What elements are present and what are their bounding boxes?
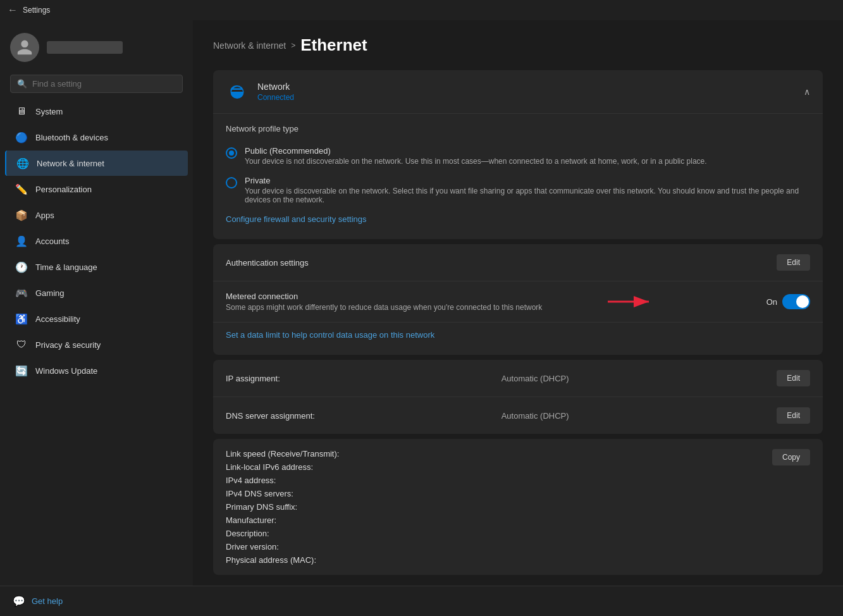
sidebar: 🔍 🖥 System 🔵 Bluetooth & devices 🌐 Netwo… — [0, 20, 193, 586]
firewall-link[interactable]: Configure firewall and security settings — [226, 209, 367, 229]
data-limit-row: Set a data limit to help control data us… — [213, 323, 823, 355]
metered-desc: Some apps might work differently to redu… — [226, 303, 766, 312]
sidebar-label-personalization: Personalization — [35, 185, 92, 194]
dns-assignment-value: Automatic (DHCP) — [501, 411, 777, 421]
public-radio-desc: Your device is not discoverable on the n… — [245, 157, 707, 166]
sidebar-item-apps[interactable]: 📦 Apps — [5, 202, 188, 228]
metered-label: Metered connection Some apps might work … — [226, 292, 766, 312]
sidebar-label-accounts: Accounts — [35, 237, 69, 246]
info-field: IPv4 address: — [226, 476, 760, 485]
search-input[interactable] — [32, 79, 176, 89]
private-radio-button[interactable] — [226, 177, 237, 188]
public-radio-text: Public (Recommended) Your device is not … — [245, 146, 707, 166]
auth-section: Authentication settings Edit Metered con… — [213, 244, 823, 355]
sidebar-label-update: Windows Update — [35, 366, 97, 376]
accessibility-icon: ♿ — [15, 312, 28, 325]
nav-container: 🖥 System 🔵 Bluetooth & devices 🌐 Network… — [0, 98, 193, 384]
sidebar-item-accessibility[interactable]: ♿ Accessibility — [5, 306, 188, 331]
network-card-header[interactable]: Network Connected ∧ — [213, 70, 823, 113]
toggle-label: On — [766, 297, 777, 307]
private-radio-label: Private — [245, 176, 810, 185]
update-icon: 🔄 — [15, 364, 28, 377]
metered-row: Metered connection Some apps might work … — [213, 281, 823, 323]
auth-row: Authentication settings Edit — [213, 244, 823, 281]
sidebar-item-personalization[interactable]: ✏️ Personalization — [5, 176, 188, 202]
network-icon: 🌐 — [16, 157, 29, 169]
auth-edit-button[interactable]: Edit — [777, 254, 810, 271]
avatar — [10, 33, 39, 62]
search-box[interactable]: 🔍 — [10, 75, 183, 93]
info-labels: Link speed (Receive/Transmit):Link-local… — [226, 449, 760, 565]
main-content: Network & internet > Ethernet Network Co… — [193, 20, 843, 586]
sidebar-label-gaming: Gaming — [35, 288, 65, 298]
ip-assignment-row: IP assignment: Automatic (DHCP) Edit — [213, 360, 823, 397]
sidebar-label-bluetooth: Bluetooth & devices — [35, 133, 108, 142]
gaming-icon: 🎮 — [15, 286, 28, 299]
personalization-icon: ✏️ — [15, 183, 28, 195]
user-name-placeholder — [47, 41, 123, 54]
info-field: Driver version: — [226, 542, 760, 551]
toggle-container: On — [766, 294, 810, 309]
bluetooth-icon: 🔵 — [15, 131, 28, 144]
titlebar: ← Settings — [0, 0, 843, 20]
help-link[interactable]: Get help — [32, 596, 63, 606]
data-limit-link[interactable]: Set a data limit to help control data us… — [226, 325, 434, 345]
breadcrumb-parent: Network & internet — [213, 40, 286, 51]
profile-section-title: Network profile type — [226, 114, 810, 141]
ip-assignment-label: IP assignment: — [226, 374, 501, 383]
sidebar-item-update[interactable]: 🔄 Windows Update — [5, 358, 188, 383]
sidebar-label-accessibility: Accessibility — [35, 314, 80, 324]
network-card-title: Network — [257, 82, 804, 92]
info-field: Link speed (Receive/Transmit): — [226, 449, 760, 459]
private-radio-option[interactable]: Private Your device is discoverable on t… — [226, 171, 810, 209]
sidebar-item-time[interactable]: 🕐 Time & language — [5, 254, 188, 280]
time-icon: 🕐 — [15, 261, 28, 273]
public-radio-button[interactable] — [226, 147, 237, 159]
network-icon — [226, 80, 249, 103]
ip-edit-button[interactable]: Edit — [777, 370, 810, 386]
bottom-bar: 💬 Get help — [0, 586, 843, 616]
network-card-text: Network Connected — [257, 82, 804, 102]
breadcrumb-sep: > — [291, 41, 295, 50]
network-card: Network Connected ∧ Network profile type… — [213, 70, 823, 239]
network-card-chevron[interactable]: ∧ — [804, 87, 810, 97]
sidebar-label-system: System — [35, 107, 63, 116]
back-button[interactable]: ← — [8, 4, 18, 16]
sidebar-item-network[interactable]: 🌐 Network & internet — [5, 151, 188, 176]
info-field: Link-local IPv6 address: — [226, 462, 760, 472]
public-radio-option[interactable]: Public (Recommended) Your device is not … — [226, 141, 810, 171]
info-field: Primary DNS suffix: — [226, 502, 760, 512]
info-field: Description: — [226, 529, 760, 538]
search-icon: 🔍 — [17, 79, 27, 89]
user-icon — [16, 39, 34, 56]
apps-icon: 📦 — [15, 209, 28, 221]
sidebar-item-bluetooth[interactable]: 🔵 Bluetooth & devices — [5, 125, 188, 150]
dns-edit-button[interactable]: Edit — [777, 407, 810, 424]
sidebar-label-network: Network & internet — [37, 159, 104, 168]
sidebar-label-privacy: Privacy & security — [35, 340, 101, 350]
private-radio-desc: Your device is discoverable on the netwo… — [245, 187, 810, 204]
ip-assignment-value: Automatic (DHCP) — [501, 374, 777, 383]
dns-assignment-row: DNS server assignment: Automatic (DHCP) … — [213, 397, 823, 434]
sidebar-label-apps: Apps — [35, 211, 54, 220]
system-icon: 🖥 — [15, 105, 28, 118]
dns-assignment-label: DNS server assignment: — [226, 411, 501, 421]
info-copy: Copy — [772, 449, 810, 565]
sidebar-item-privacy[interactable]: 🛡 Privacy & security — [5, 332, 188, 357]
sidebar-item-gaming[interactable]: 🎮 Gaming — [5, 280, 188, 305]
network-card-body: Network profile type Public (Recommended… — [213, 113, 823, 239]
arrow-annotation — [608, 292, 658, 311]
sidebar-item-system[interactable]: 🖥 System — [5, 99, 188, 124]
ip-section: IP assignment: Automatic (DHCP) Edit DNS… — [213, 360, 823, 434]
info-field: Manufacturer: — [226, 515, 760, 525]
network-card-subtitle: Connected — [257, 93, 804, 102]
user-section — [0, 20, 193, 75]
sidebar-label-time: Time & language — [35, 262, 97, 272]
copy-button[interactable]: Copy — [772, 449, 810, 465]
privacy-icon: 🛡 — [15, 338, 28, 351]
auth-label: Authentication settings — [226, 258, 777, 268]
help-icon: 💬 — [13, 595, 25, 607]
titlebar-title: Settings — [23, 6, 50, 15]
sidebar-item-accounts[interactable]: 👤 Accounts — [5, 228, 188, 254]
metered-toggle[interactable] — [782, 294, 810, 309]
